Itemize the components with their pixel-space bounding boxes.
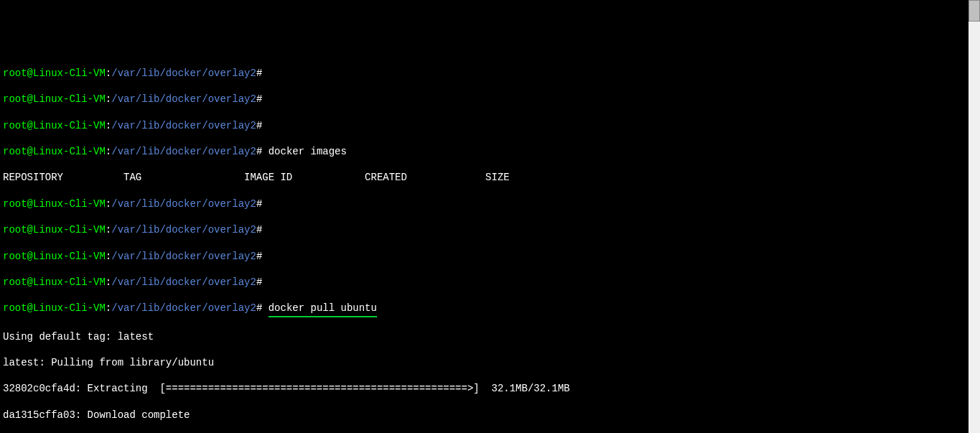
output-layer-download: da1315cffa03: Download complete [3, 409, 977, 422]
terminal-output[interactable]: root@Linux-Cli-VM:/var/lib/docker/overla… [0, 52, 980, 433]
prompt-user-host: root@Linux-Cli-VM [3, 67, 106, 79]
prompt-line: root@Linux-Cli-VM:/var/lib/docker/overla… [3, 276, 977, 289]
command-docker-images: docker images [269, 146, 347, 157]
prompt-line: root@Linux-Cli-VM:/var/lib/docker/overla… [3, 119, 977, 132]
prompt-line-cmd: root@Linux-Cli-VM:/var/lib/docker/overla… [3, 302, 977, 317]
command-docker-pull-highlighted: docker pull ubuntu [269, 302, 377, 317]
table-header: REPOSITORY TAG IMAGE ID CREATED SIZE [3, 171, 977, 184]
output-default-tag: Using default tag: latest [3, 330, 977, 343]
prompt-line-cmd: root@Linux-Cli-VM:/var/lib/docker/overla… [3, 145, 977, 158]
prompt-line: root@Linux-Cli-VM:/var/lib/docker/overla… [3, 67, 977, 80]
scrollbar-thumb[interactable] [969, 0, 980, 22]
scrollbar[interactable] [969, 0, 980, 433]
prompt-line: root@Linux-Cli-VM:/var/lib/docker/overla… [3, 93, 977, 106]
output-layer-extracting: 32802c0cfa4d: Extracting [==============… [3, 382, 977, 395]
prompt-line: root@Linux-Cli-VM:/var/lib/docker/overla… [3, 223, 977, 236]
prompt-line: root@Linux-Cli-VM:/var/lib/docker/overla… [3, 250, 977, 263]
prompt-line: root@Linux-Cli-VM:/var/lib/docker/overla… [3, 197, 977, 210]
output-pulling-from: latest: Pulling from library/ubuntu [3, 356, 977, 369]
prompt-path: /var/lib/docker/overlay2 [111, 67, 256, 79]
